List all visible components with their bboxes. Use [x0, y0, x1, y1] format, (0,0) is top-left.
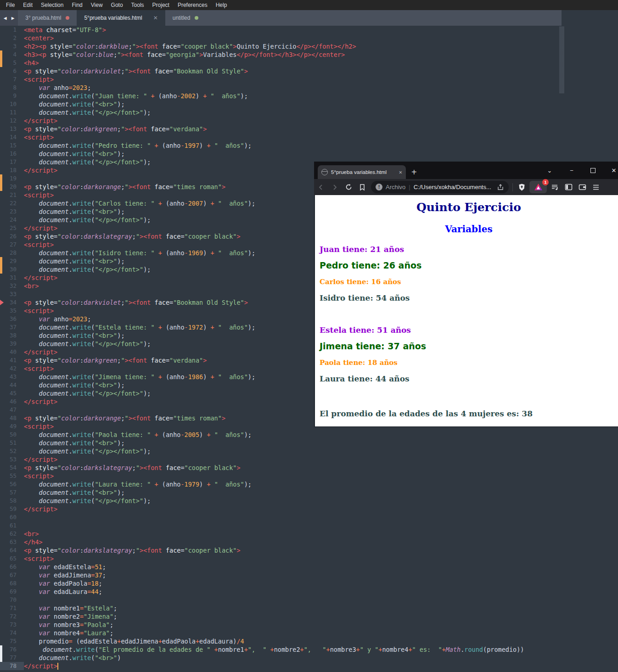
- code-line[interactable]: 15 document.write("Pedro tiene: " + (anh…: [0, 141, 618, 150]
- code-line[interactable]: 57 document.write("<br>");: [0, 488, 618, 497]
- code-line[interactable]: 50 document.write("Paola tiene: " + (anh…: [0, 431, 618, 439]
- code-line[interactable]: 67 var edadJimena=37;: [0, 571, 618, 579]
- code-line[interactable]: 13<p style="color:darkgreen;"><font face…: [0, 125, 618, 133]
- code-line[interactable]: 64<p style="color:darkslategray;"><font …: [0, 546, 618, 554]
- back-button[interactable]: [314, 181, 328, 194]
- code-line[interactable]: 71 var nombre1="Estela";: [0, 604, 618, 612]
- line-number: 79: [0, 670, 24, 672]
- editor-tab-3[interactable]: untitled: [165, 10, 206, 26]
- modified-dot-icon[interactable]: [66, 16, 69, 20]
- window-maximize-button[interactable]: [585, 162, 601, 179]
- code-line[interactable]: 11 document.write("</p></font>");: [0, 108, 618, 117]
- code-line[interactable]: 12</script>: [0, 117, 618, 125]
- code-line[interactable]: 60: [0, 513, 618, 521]
- brave-rewards-button[interactable]: 1: [529, 181, 547, 193]
- menu-item-edit[interactable]: Edit: [19, 0, 37, 10]
- share-icon[interactable]: [497, 184, 504, 191]
- code-line[interactable]: 8 var anho=2023;: [0, 84, 618, 92]
- browser-menu-button[interactable]: [589, 181, 603, 194]
- sidebar-button[interactable]: [562, 181, 575, 194]
- menu-item-selection[interactable]: Selection: [37, 0, 67, 10]
- code-line[interactable]: 54<p style="color:darkslategray;"><font …: [0, 464, 618, 472]
- code-text: document.write("<br>");: [24, 439, 125, 447]
- menu-item-file[interactable]: File: [2, 0, 19, 10]
- code-line[interactable]: 1<meta charset="UTF-8">: [0, 26, 618, 34]
- code-line[interactable]: 69 var edadLaura=44;: [0, 588, 618, 596]
- tab-close-icon[interactable]: ✕: [153, 15, 158, 21]
- code-line[interactable]: 4<h3><p style="color:blue;"><font face="…: [0, 50, 618, 59]
- code-line[interactable]: 72 var nombre2="Jimena";: [0, 612, 618, 621]
- code-line[interactable]: 61: [0, 521, 618, 530]
- editor-tab-2-active[interactable]: 5°prueba variables.html ✕: [77, 10, 165, 26]
- wallet-button[interactable]: [575, 181, 589, 194]
- code-line[interactable]: 9 document.write("Juan tiene: " + (anho-…: [0, 92, 618, 100]
- address-url[interactable]: C:/Users/xokha/Documents...: [414, 184, 494, 190]
- code-line[interactable]: 6<p style="color:darkviolet;"><font face…: [0, 67, 618, 75]
- new-tab-button[interactable]: +: [411, 165, 417, 179]
- code-text: <p style="color:darkviolet;"><font face=…: [24, 67, 248, 75]
- address-bar[interactable]: ! Archivo | C:/Users/xokha/Documents...: [371, 181, 509, 193]
- code-line[interactable]: 2<center>: [0, 34, 618, 42]
- new-file-dot-icon[interactable]: [195, 16, 198, 20]
- code-line[interactable]: 78</script>: [0, 662, 618, 670]
- playlist-button[interactable]: [548, 181, 562, 194]
- menu-item-project[interactable]: Project: [148, 0, 174, 10]
- line-number: 19: [0, 174, 24, 183]
- tab-nav-buttons[interactable]: ◀ ▶: [0, 10, 18, 26]
- line-number: 4: [0, 50, 24, 59]
- refresh-icon: [345, 183, 353, 191]
- code-line[interactable]: 52 document.write("</p></font>");: [0, 447, 618, 455]
- code-line[interactable]: 16 document.write("<br>");: [0, 150, 618, 158]
- code-line[interactable]: 66 var edadEstela=51;: [0, 563, 618, 571]
- code-text: document.write("<br>");: [24, 257, 125, 265]
- code-line[interactable]: 75 promedio= (edadEstela+edadJimena+edad…: [0, 637, 618, 645]
- code-line[interactable]: 14<script>: [0, 133, 618, 141]
- site-warning-icon[interactable]: !: [376, 184, 382, 190]
- code-line[interactable]: 76 document.write("El promedio de la eda…: [0, 645, 618, 654]
- browser-tab[interactable]: 5°prueba variables.html ✕: [318, 165, 406, 179]
- menu-item-view[interactable]: View: [87, 0, 107, 10]
- forward-button[interactable]: [328, 181, 342, 194]
- code-line[interactable]: 70: [0, 596, 618, 604]
- code-line[interactable]: 77 document.write("<br>"): [0, 654, 618, 662]
- window-close-button[interactable]: ✕: [606, 162, 618, 179]
- code-line[interactable]: 62<br>: [0, 530, 618, 538]
- bookmark-button[interactable]: [355, 181, 369, 194]
- tab-nav-left-icon[interactable]: ◀: [4, 15, 7, 21]
- code-line[interactable]: 65<script>: [0, 554, 618, 563]
- brave-shields-button[interactable]: [515, 181, 528, 194]
- code-line[interactable]: 79: [0, 670, 618, 672]
- line-number: 37: [0, 323, 24, 331]
- code-line[interactable]: 59</script>: [0, 505, 618, 513]
- editor-tab-1[interactable]: 3° prueba.html: [18, 10, 77, 26]
- menu-item-find[interactable]: Find: [67, 0, 86, 10]
- minimap[interactable]: [559, 27, 564, 93]
- code-line[interactable]: 63</h4>: [0, 538, 618, 546]
- code-line[interactable]: 5<h4>: [0, 59, 618, 67]
- line-number: 5: [0, 59, 24, 67]
- tab-nav-right-icon[interactable]: ▶: [11, 15, 15, 21]
- brave-shield-icon: [518, 183, 526, 191]
- window-chevron-button[interactable]: ⌄: [542, 162, 557, 179]
- code-line[interactable]: 51 document.write("<br>");: [0, 439, 618, 447]
- code-line[interactable]: 3<h2><p style="color:darkblue;"><font fa…: [0, 42, 618, 50]
- code-line[interactable]: 10 document.write("<br>");: [0, 100, 618, 108]
- menu-item-tools[interactable]: Tools: [127, 0, 148, 10]
- code-line[interactable]: 74 var nombre4="Laura";: [0, 629, 618, 637]
- code-line[interactable]: 73 var nombre3="Paola";: [0, 621, 618, 629]
- code-text: </script>: [24, 662, 58, 670]
- code-line[interactable]: 68 var edadPaola=18;: [0, 579, 618, 588]
- browser-tab-close-icon[interactable]: ✕: [399, 169, 402, 175]
- menu-item-preferences[interactable]: Preferences: [174, 0, 212, 10]
- code-line[interactable]: 7<script>: [0, 75, 618, 84]
- menu-item-help[interactable]: Help: [212, 0, 231, 10]
- forward-icon: [331, 184, 338, 191]
- code-line[interactable]: 55<script>: [0, 472, 618, 480]
- code-line[interactable]: 53</script>: [0, 455, 618, 464]
- window-minimize-button[interactable]: −: [564, 162, 579, 179]
- code-line[interactable]: 56 document.write("Laura tiene: " + (anh…: [0, 480, 618, 488]
- code-line[interactable]: 58 document.write("</p></font>");: [0, 497, 618, 505]
- code-text: </script>: [24, 348, 57, 356]
- menu-item-goto[interactable]: Goto: [107, 0, 127, 10]
- refresh-button[interactable]: [342, 181, 355, 194]
